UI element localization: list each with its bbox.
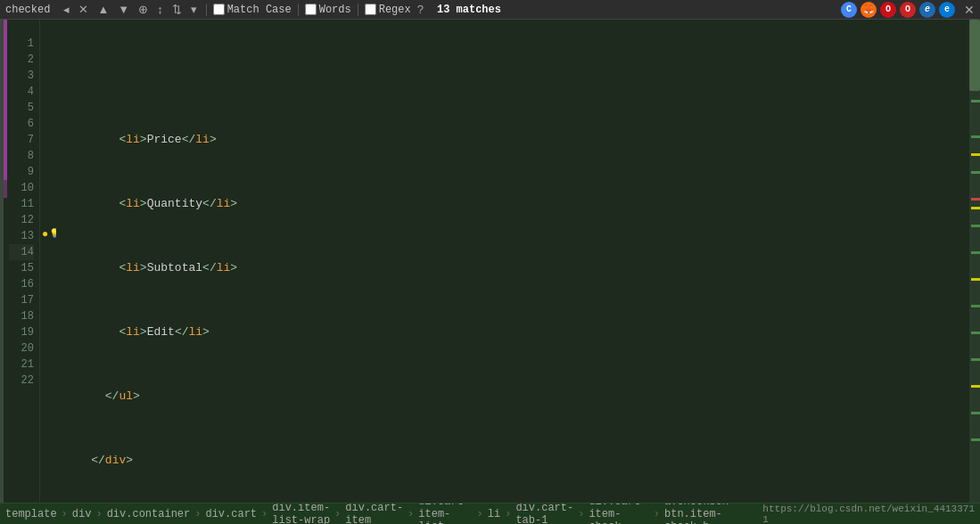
debug-bulb-icon: ● [42, 228, 48, 241]
line-num: 19 [9, 324, 34, 340]
line-num: 8 [9, 148, 34, 164]
breadcrumb-item-list-wrap[interactable]: div.item-list-wrap [272, 503, 330, 524]
breadcrumb-sep: › [62, 508, 68, 520]
scroll-marker [971, 385, 980, 388]
close-button[interactable]: ✕ [964, 3, 975, 17]
regex-label[interactable]: Regex [365, 4, 411, 16]
breadcrumb-template[interactable]: template [5, 508, 57, 520]
words-label[interactable]: Words [305, 4, 351, 16]
scroll-marker [971, 225, 980, 227]
line-num: 13 [9, 228, 34, 244]
breadcrumb-sep: › [261, 508, 268, 520]
scroll-marker [971, 153, 980, 156]
scroll-marker [971, 171, 980, 174]
firefox-icon[interactable]: 🦊 [861, 2, 877, 18]
breadcrumb-sep: › [408, 508, 414, 520]
code-editor[interactable]: <li>Price</li> <li>Quantity</li> <li>Sub… [56, 20, 969, 503]
code-line: <li>Subtotal</li> [63, 260, 969, 276]
code-line: </ul> [63, 389, 969, 405]
line-num: 17 [9, 292, 34, 308]
status-bar: template › div › div.container › div.car… [0, 503, 980, 524]
nav-prev-button[interactable]: ◂ [61, 0, 72, 20]
code-line [63, 68, 969, 84]
browser-icons-group: C 🦊 O O e e [841, 2, 955, 18]
toolbar-separator3 [358, 4, 358, 16]
breadcrumb-sep: › [505, 508, 511, 520]
line-num: 3 [9, 68, 34, 84]
nav-down-button[interactable]: ▼ [115, 0, 132, 20]
status-url: https://blog.csdn.net/weixin_4413371 1 [762, 504, 975, 525]
line-num: 7 [9, 132, 34, 148]
scroll-marker [971, 438, 980, 441]
line-num: 21 [9, 356, 34, 373]
opera-red-icon[interactable]: O [900, 2, 916, 18]
regex-checkbox[interactable] [365, 4, 376, 15]
breadcrumb-sep: › [334, 508, 341, 520]
line-num: 14 [9, 244, 34, 260]
regex-text: Regex [379, 4, 411, 16]
words-text: Words [319, 4, 351, 16]
line-num: 4 [9, 84, 34, 100]
breadcrumb-sep: › [194, 508, 201, 520]
match-case-label[interactable]: Match Case [213, 4, 292, 16]
breadcrumb-li[interactable]: li [488, 508, 500, 520]
ie-icon[interactable]: e [919, 2, 935, 18]
scroll-marker [971, 305, 980, 307]
nav-up-button[interactable]: ▲ [95, 0, 111, 20]
code-line: <li>Quantity</li> [63, 196, 969, 212]
left-gutter [0, 20, 9, 503]
nav-filter-button[interactable]: ▾ [188, 0, 200, 20]
line-num: 9 [9, 164, 34, 180]
match-case-checkbox[interactable] [213, 4, 225, 15]
scroll-marker [971, 358, 980, 361]
code-line: <li>Edit</li> [63, 324, 969, 340]
breadcrumb-sep: › [654, 508, 660, 520]
editor-area: 1 2 3 4 5 6 7 8 9 10 11 12 13 14 15 16 1… [0, 20, 980, 503]
words-checkbox[interactable] [305, 4, 317, 15]
nav-replace-all-button[interactable]: ⇅ [169, 0, 185, 20]
breadcrumb-cart-tab[interactable]: div.cart-tab-1 [515, 503, 573, 524]
line-num: 1 [9, 36, 34, 52]
breadcrumb-anchor[interactable]: a.checkbox-btn.item-check-b... [664, 503, 759, 524]
line-num: 11 [9, 196, 34, 212]
breadcrumb-sep: › [578, 508, 584, 520]
scroll-marker [971, 207, 980, 209]
scroll-marker [971, 278, 980, 281]
toolbar-separator [206, 4, 207, 16]
breadcrumb-sep: › [477, 508, 483, 520]
breadcrumb-cart[interactable]: div.cart [205, 508, 257, 520]
breadcrumb-container[interactable]: div.container [107, 508, 191, 520]
code-content: <li>Price</li> <li>Quantity</li> <li>Sub… [56, 20, 969, 503]
line-num [9, 20, 34, 36]
scroll-marker [971, 251, 980, 254]
breadcrumb-cart-item[interactable]: div.cart-item [345, 503, 403, 524]
line-num: 16 [9, 276, 34, 292]
breadcrumb-cart-item-list[interactable]: ul.cart-item-list [418, 503, 472, 524]
breadcrumb-div[interactable]: div [72, 508, 92, 520]
toolbar-separator2 [298, 4, 299, 16]
nav-replace-button[interactable]: ↕ [154, 0, 166, 20]
scroll-marker [971, 412, 980, 414]
nav-next-button[interactable]: ✕ [76, 0, 91, 20]
nav-find-button[interactable]: ⊕ [136, 0, 151, 20]
chrome-icon[interactable]: C [841, 2, 857, 18]
edge-icon[interactable]: e [939, 2, 955, 18]
scroll-marker-red [971, 198, 980, 201]
scrollbar-thumb[interactable] [969, 20, 980, 91]
line-num: 20 [9, 340, 34, 356]
line-num: 15 [9, 260, 34, 276]
help-button[interactable]: ? [415, 0, 426, 20]
code-line: <li>Price</li> [63, 132, 969, 148]
match-case-text: Match Case [227, 4, 292, 16]
breadcrumb-cart-item-check[interactable]: div.cart-item-check [589, 503, 648, 524]
breadcrumb-sep: › [95, 508, 102, 520]
line-num: 10 [9, 180, 34, 196]
right-scrollbar[interactable] [969, 20, 980, 503]
search-toolbar: checked ◂ ✕ ▲ ▼ ⊕ ↕ ⇅ ▾ Match Case Words… [0, 0, 980, 20]
scroll-marker [971, 135, 980, 138]
opera-icon[interactable]: O [880, 2, 896, 18]
line-num: 12 [9, 212, 34, 228]
debug-markers: ● 💡 [40, 20, 56, 503]
scroll-marker [971, 100, 980, 102]
line-num: 6 [9, 116, 34, 132]
